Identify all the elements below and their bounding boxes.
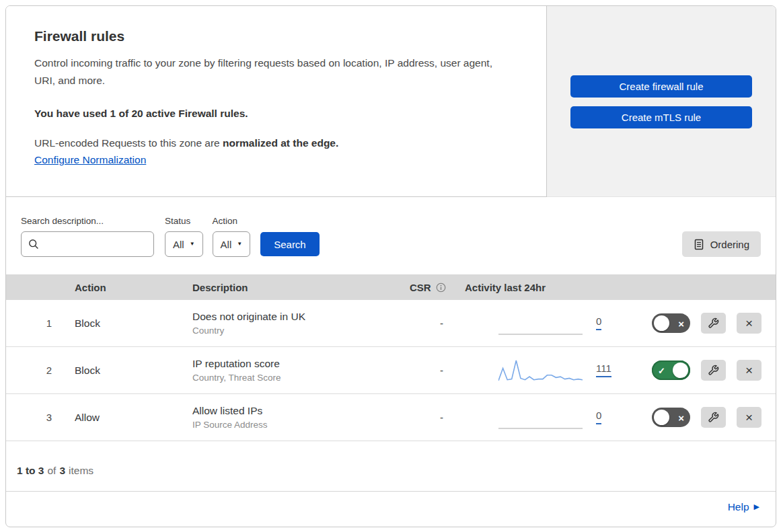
status-value: All (173, 239, 184, 250)
close-icon: × (745, 411, 753, 424)
delete-rule-button[interactable]: × (737, 313, 761, 334)
normalization-note: URL-encoded Requests to this zone are no… (34, 137, 518, 149)
activity-sparkline: rgba(122,169,232,0.22)" stroke="none"/> (498, 357, 583, 384)
activity-sparkline (498, 310, 583, 337)
rule-title: Does not originate in UK (192, 311, 392, 323)
toggle-knob (654, 315, 669, 331)
create-mtls-rule-button[interactable]: Create mTLS rule (570, 106, 752, 128)
edit-rule-button[interactable] (701, 407, 726, 428)
rule-csr: - (392, 317, 447, 329)
rule-priority: 2 (6, 365, 57, 376)
rule-controls: × × (598, 313, 776, 334)
arrow-right-icon: ▶ (754, 503, 759, 510)
chevron-down-icon: ▼ (190, 241, 195, 247)
rule-controls: × × (598, 407, 776, 428)
close-icon: × (745, 317, 753, 330)
action-select[interactable]: All ▼ (213, 231, 251, 257)
rule-controls: ✓ × (598, 360, 776, 381)
rule-description: Allow listed IPs IP Source Address (175, 405, 392, 430)
help-link[interactable]: Help ▶ (728, 501, 759, 513)
chevron-down-icon: ▼ (237, 241, 242, 247)
action-filter-group: Action All ▼ (213, 216, 251, 257)
enable-toggle[interactable]: × (652, 408, 690, 427)
close-icon: × (678, 412, 684, 422)
wrench-icon (708, 365, 719, 376)
search-label: Search description... (21, 216, 154, 226)
create-firewall-rule-button[interactable]: Create firewall rule (570, 75, 752, 98)
search-box (21, 231, 154, 257)
page-description: Control incoming traffic to your zone by… (34, 54, 509, 90)
rule-action: Block (57, 317, 175, 330)
normalization-bold: normalized at the edge. (223, 137, 338, 149)
ordering-label: Ordering (710, 239, 749, 250)
search-input[interactable] (44, 239, 145, 250)
status-filter-group: Status All ▼ (165, 216, 203, 257)
usage-summary: You have used 1 of 20 active Firewall ru… (34, 108, 518, 120)
rule-action: Allow (57, 412, 175, 424)
table-row: 2 Block IP reputation score Country, Thr… (6, 347, 776, 394)
column-description: Description (175, 282, 392, 293)
header-section: Firewall rules Control incoming traffic … (6, 6, 776, 197)
close-icon: × (678, 318, 684, 328)
rule-description: Does not originate in UK Country (175, 311, 392, 336)
action-value: All (221, 239, 232, 250)
rule-title: IP reputation score (192, 358, 392, 370)
edit-rule-button[interactable] (701, 360, 726, 381)
close-icon: × (745, 364, 753, 377)
search-icon (28, 239, 39, 250)
wrench-icon (708, 317, 719, 329)
column-csr: CSR (392, 282, 447, 293)
items-count: 1 to 3 of 3 items (6, 441, 776, 492)
rule-activity: rgba(122,169,232,0.22)" stroke="none"/> … (447, 347, 598, 393)
toggle-knob (654, 410, 669, 425)
table-row: 3 Allow Allow listed IPs IP Source Addre… (6, 394, 776, 441)
list-document-icon (694, 239, 704, 250)
rule-action: Block (57, 365, 175, 377)
status-label: Status (165, 216, 203, 226)
column-action: Action (57, 282, 175, 293)
info-icon[interactable] (436, 282, 446, 293)
cta-panel: Create firewall rule Create mTLS rule (547, 6, 776, 197)
delete-rule-button[interactable]: × (737, 407, 761, 428)
ordering-button[interactable]: Ordering (682, 231, 761, 257)
wrench-icon (708, 412, 719, 423)
table-header: Action Description CSR Activity last 24h… (6, 274, 776, 300)
rule-fields: IP Source Address (192, 420, 392, 430)
rule-title: Allow listed IPs (192, 405, 392, 417)
table-row: 1 Block Does not originate in UK Country… (6, 300, 776, 347)
delete-rule-button[interactable]: × (737, 360, 761, 381)
items-of: of (47, 465, 56, 477)
status-select[interactable]: All ▼ (165, 231, 203, 257)
rule-description: IP reputation score Country, Threat Scor… (175, 358, 392, 383)
normalization-text: URL-encoded Requests to this zone are (34, 137, 220, 149)
rule-priority: 3 (6, 412, 57, 423)
activity-sparkline (498, 404, 583, 431)
enable-toggle[interactable]: ✓ (652, 360, 690, 380)
action-label: Action (213, 216, 251, 226)
check-icon: ✓ (658, 366, 665, 375)
edit-rule-button[interactable] (701, 313, 726, 334)
items-total: 3 (59, 465, 65, 477)
items-word: items (69, 465, 94, 477)
intro-panel: Firewall rules Control incoming traffic … (6, 6, 547, 197)
items-range: 1 to 3 (17, 465, 44, 477)
rule-activity: 0 (447, 394, 598, 441)
rule-csr: - (392, 365, 447, 376)
rule-priority: 1 (6, 317, 57, 329)
configure-normalization-link[interactable]: Configure Normalization (34, 154, 146, 166)
filter-bar: Search description... Status All ▼ Actio… (6, 197, 776, 274)
help-label: Help (728, 501, 749, 513)
search-button[interactable]: Search (260, 232, 320, 256)
rule-fields: Country, Threat Score (192, 373, 392, 383)
firewall-rules-card: Firewall rules Control incoming traffic … (5, 5, 776, 527)
page-title: Firewall rules (34, 28, 518, 44)
rule-fields: Country (192, 326, 392, 336)
enable-toggle[interactable]: × (652, 313, 690, 333)
toggle-knob (673, 363, 688, 378)
rule-csr: - (392, 412, 447, 423)
search-group: Search description... (21, 216, 154, 257)
rule-activity: 0 (447, 300, 598, 346)
column-activity: Activity last 24hr (447, 282, 598, 293)
help-bar: Help ▶ (6, 492, 776, 522)
